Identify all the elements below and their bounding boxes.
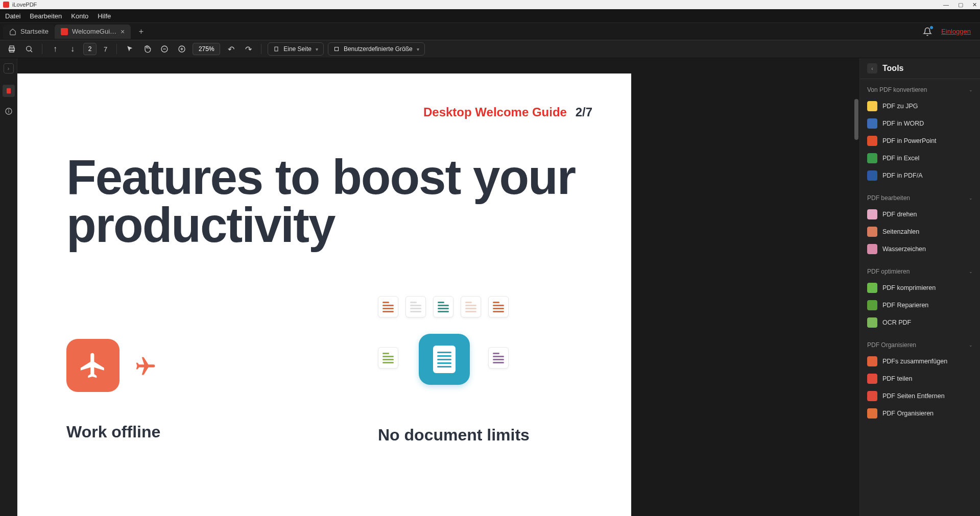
page-size-label: Benutzerdefinierte Größe bbox=[344, 45, 413, 53]
print-button[interactable] bbox=[5, 42, 18, 56]
tool-label: OCR PDF bbox=[882, 319, 911, 326]
tool-item[interactable]: PDF Organisieren bbox=[860, 405, 980, 422]
tool-label: PDF in PowerPoint bbox=[882, 137, 937, 144]
tool-item[interactable]: Seitenzahlen bbox=[860, 223, 980, 240]
rotate-right-button[interactable]: ↷ bbox=[242, 42, 255, 56]
document-viewport[interactable]: Desktop Welcome Guide 2/7 Features to bo… bbox=[17, 58, 859, 516]
page-layout-dropdown[interactable]: Eine Seite ▾ bbox=[268, 42, 324, 56]
section-title: PDF optimieren bbox=[867, 268, 910, 275]
info-rail-button[interactable] bbox=[3, 105, 15, 117]
page-up-button[interactable]: ↑ bbox=[49, 42, 62, 56]
toolbar: ↑ ↓ 7 275% ↶ ↷ Eine Seite ▾ Benutzerdefi… bbox=[0, 40, 980, 58]
menu-account[interactable]: Konto bbox=[71, 12, 88, 20]
new-tab-button[interactable]: + bbox=[135, 26, 147, 38]
tool-label: PDF teilen bbox=[882, 375, 912, 382]
document-scrollbar[interactable] bbox=[853, 58, 859, 516]
rotate-left-button[interactable]: ↶ bbox=[224, 42, 237, 56]
tools-section-header[interactable]: PDF bearbeiten⌄ bbox=[860, 190, 980, 206]
svg-rect-11 bbox=[334, 47, 338, 51]
tab-document[interactable]: WelcomeGui… × bbox=[55, 24, 131, 39]
menu-file[interactable]: Datei bbox=[5, 12, 20, 20]
tool-icon bbox=[867, 317, 877, 328]
chevron-down-icon: ▾ bbox=[316, 46, 318, 52]
tools-panel: ‹ Tools Von PDF konvertieren⌄PDF zu JPGP… bbox=[859, 58, 980, 516]
page-total: 7 bbox=[101, 45, 110, 53]
login-link[interactable]: Einloggen bbox=[941, 28, 971, 35]
offline-graphic bbox=[66, 339, 174, 400]
tool-item[interactable]: PDF in Excel bbox=[860, 150, 980, 167]
document-main-icon bbox=[419, 334, 470, 385]
documents-graphic bbox=[378, 296, 511, 403]
tool-label: PDF drehen bbox=[882, 211, 917, 218]
tab-home[interactable]: Startseite bbox=[3, 24, 55, 39]
home-icon bbox=[9, 28, 16, 35]
tab-document-label: WelcomeGui… bbox=[72, 28, 116, 35]
menu-edit[interactable]: Bearbeiten bbox=[30, 12, 62, 20]
close-window-button[interactable]: ✕ bbox=[972, 2, 977, 8]
tools-section-header[interactable]: PDF optimieren⌄ bbox=[860, 264, 980, 279]
maximize-button[interactable]: ▢ bbox=[958, 2, 963, 8]
tools-section-header[interactable]: Von PDF konvertieren⌄ bbox=[860, 82, 980, 97]
tool-icon bbox=[867, 118, 877, 129]
zoom-in-button[interactable] bbox=[175, 42, 188, 56]
tiny-doc-icon bbox=[378, 296, 398, 317]
minimize-button[interactable]: — bbox=[943, 2, 949, 8]
app-icon bbox=[3, 2, 9, 8]
tool-item[interactable]: PDF Seiten Entfernen bbox=[860, 387, 980, 405]
tool-icon bbox=[867, 101, 877, 111]
thumbnails-rail-button[interactable] bbox=[3, 85, 15, 97]
tool-icon bbox=[867, 283, 877, 293]
zoom-level-input[interactable]: 275% bbox=[193, 43, 220, 55]
tiny-doc-icon bbox=[433, 296, 453, 317]
chevron-down-icon: ⌄ bbox=[969, 195, 973, 201]
page-layout-icon bbox=[273, 46, 279, 52]
zoom-out-button[interactable] bbox=[158, 42, 171, 56]
hand-tool[interactable] bbox=[140, 42, 154, 56]
collapse-panel-button[interactable]: ‹ bbox=[867, 63, 877, 73]
page-layout-label: Eine Seite bbox=[283, 45, 312, 53]
page-headline: Features to boost your productivity bbox=[66, 153, 575, 249]
chevron-down-icon: ▾ bbox=[417, 46, 419, 52]
tool-item[interactable]: PDF teilen bbox=[860, 370, 980, 387]
page-down-button[interactable]: ↓ bbox=[66, 42, 79, 56]
tool-item[interactable]: PDF in WORD bbox=[860, 115, 980, 132]
menu-help[interactable]: Hilfe bbox=[98, 12, 111, 20]
tiny-doc-icon bbox=[378, 347, 398, 368]
window-controls: — ▢ ✕ bbox=[943, 2, 977, 8]
tool-item[interactable]: PDF in PDF/A bbox=[860, 167, 980, 184]
tool-item[interactable]: PDF komprimieren bbox=[860, 279, 980, 297]
chevron-down-icon: ⌄ bbox=[969, 269, 973, 274]
tool-icon bbox=[867, 356, 877, 366]
search-button[interactable] bbox=[22, 42, 36, 56]
tool-item[interactable]: OCR PDF bbox=[860, 314, 980, 331]
pointer-tool[interactable] bbox=[123, 42, 136, 56]
expand-rail-button[interactable]: › bbox=[4, 63, 14, 73]
document-page: Desktop Welcome Guide 2/7 Features to bo… bbox=[17, 73, 631, 516]
feature-nolimits-title: No document limits bbox=[378, 426, 530, 445]
tool-item[interactable]: PDFs zusammenfügen bbox=[860, 353, 980, 370]
tool-item[interactable]: Wasserzeichen bbox=[860, 240, 980, 258]
page-size-dropdown[interactable]: Benutzerdefinierte Größe ▾ bbox=[328, 42, 425, 56]
separator bbox=[261, 44, 261, 54]
guide-title: Desktop Welcome Guide bbox=[423, 105, 567, 119]
page-size-icon bbox=[333, 46, 340, 52]
page-number-input[interactable] bbox=[83, 43, 97, 55]
separator bbox=[116, 44, 117, 54]
left-rail: › bbox=[0, 58, 17, 516]
tool-item[interactable]: PDF drehen bbox=[860, 206, 980, 223]
feature-nolimits: No document limits bbox=[378, 324, 530, 445]
tool-item[interactable]: PDF in PowerPoint bbox=[860, 132, 980, 150]
notifications-icon[interactable] bbox=[923, 27, 932, 36]
tool-label: PDF Seiten Entfernen bbox=[882, 392, 945, 400]
tool-icon bbox=[867, 244, 877, 254]
svg-rect-12 bbox=[6, 88, 10, 94]
tab-close-button[interactable]: × bbox=[121, 28, 125, 36]
tools-section-header[interactable]: PDF Organisieren⌄ bbox=[860, 337, 980, 353]
tools-panel-header: ‹ Tools bbox=[860, 58, 980, 79]
airplane-trail-icon bbox=[128, 355, 163, 378]
chevron-down-icon: ⌄ bbox=[969, 87, 973, 92]
feature-offline: Work offline bbox=[66, 324, 174, 445]
tool-item[interactable]: PDF Reparieren bbox=[860, 297, 980, 314]
tool-item[interactable]: PDF zu JPG bbox=[860, 97, 980, 115]
scrollbar-thumb[interactable] bbox=[854, 99, 858, 140]
